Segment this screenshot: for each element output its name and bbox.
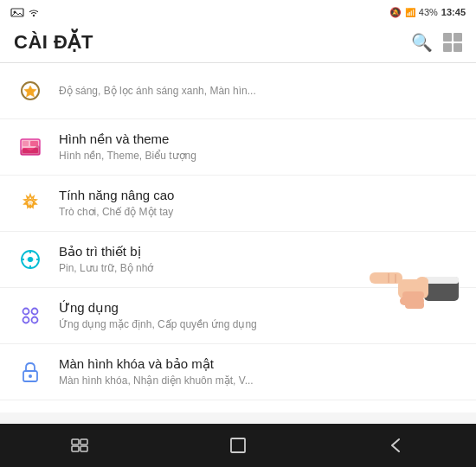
- lock-icon: [19, 360, 42, 384]
- wallpaper-icon: [18, 135, 42, 159]
- battery-icon-wrap: [14, 243, 47, 276]
- settings-list: Độ sáng, Bộ lọc ánh sáng xanh, Màn hìn..…: [0, 63, 476, 413]
- advanced-text: Tính năng nâng cao Trò chơi, Chế độ Một …: [59, 187, 462, 219]
- svg-rect-5: [23, 141, 29, 146]
- apps-icon: [18, 304, 42, 328]
- svg-point-16: [23, 309, 29, 315]
- grid-icon[interactable]: [443, 33, 462, 52]
- svg-point-21: [29, 374, 32, 378]
- wallpaper-title: Hình nền và theme: [59, 131, 462, 148]
- svg-rect-0: [11, 9, 23, 16]
- settings-item-battery[interactable]: Bảo trì thiết bị Pin, Lưu trữ, Bộ nhớ: [0, 232, 476, 288]
- svg-point-18: [23, 317, 29, 323]
- cloud-title: Cloud và tài khoản: [59, 412, 462, 413]
- svg-point-19: [32, 317, 38, 323]
- battery-level: 43%: [419, 7, 438, 17]
- nav-recent-button[interactable]: [62, 428, 97, 463]
- home-icon: [228, 436, 248, 455]
- apps-title: Ứng dụng: [59, 299, 462, 317]
- svg-rect-45: [80, 446, 87, 451]
- header-icons: 🔍: [411, 32, 462, 53]
- lockscreen-subtitle: Màn hình khóa, Nhận diện khuôn mặt, V...: [59, 374, 462, 388]
- apps-subtitle: Ứng dụng mặc định, Cấp quyền ứng dụng: [59, 318, 462, 332]
- image-status-icon: [10, 7, 24, 17]
- apps-icon-wrap: [14, 299, 47, 332]
- wallpaper-icon-wrap: [14, 131, 47, 163]
- status-right-info: 🔕 📶 43% 13:45: [389, 7, 466, 18]
- display-icon: [19, 80, 42, 102]
- advanced-icon-wrap: [14, 187, 47, 220]
- battery-title: Bảo trì thiết bị: [59, 243, 462, 260]
- lockscreen-title: Màn hình khóa và bảo mật: [59, 355, 462, 373]
- settings-item-advanced[interactable]: Tính năng nâng cao Trò chơi, Chế độ Một …: [0, 176, 476, 232]
- svg-rect-43: [80, 439, 87, 445]
- svg-rect-6: [30, 141, 38, 146]
- display-icon-wrap: [14, 74, 47, 107]
- wallpaper-text: Hình nền và theme Hình nền, Theme, Biểu …: [59, 131, 462, 163]
- apps-text: Ứng dụng Ứng dụng mặc định, Cấp quyền ứn…: [59, 299, 462, 331]
- battery-text: Bảo trì thiết bị Pin, Lưu trữ, Bộ nhớ: [59, 243, 462, 275]
- cloud-icon-wrap: [14, 412, 47, 413]
- lockscreen-text: Màn hình khóa và bảo mật Màn hình khóa, …: [59, 355, 462, 387]
- svg-point-2: [33, 15, 35, 16]
- search-icon[interactable]: 🔍: [411, 32, 433, 53]
- advanced-subtitle: Trò chơi, Chế độ Một tay: [59, 206, 462, 220]
- settings-item-lockscreen[interactable]: Màn hình khóa và bảo mật Màn hình khóa, …: [0, 344, 476, 400]
- header: CÀI ĐẶT 🔍: [0, 24, 476, 63]
- svg-point-17: [32, 309, 38, 315]
- wifi-status-icon: [28, 7, 40, 17]
- clock: 13:45: [441, 7, 466, 17]
- svg-rect-46: [231, 438, 245, 452]
- nav-back-button[interactable]: [379, 428, 414, 463]
- display-partial-text: Độ sáng, Bộ lọc ánh sáng xanh, Màn hìn..…: [59, 85, 256, 99]
- lock-icon-wrap: [14, 355, 47, 388]
- volume-icon: 🔕: [389, 7, 402, 18]
- status-left-icons: [10, 7, 40, 17]
- settings-item-display[interactable]: Độ sáng, Bộ lọc ánh sáng xanh, Màn hìn..…: [0, 63, 476, 119]
- wallpaper-subtitle: Hình nền, Theme, Biểu tượng: [59, 150, 462, 163]
- battery-subtitle: Pin, Lưu trữ, Bộ nhớ: [59, 262, 462, 276]
- status-bar: 🔕 📶 43% 13:45: [0, 0, 476, 24]
- svg-rect-44: [72, 446, 79, 451]
- svg-point-9: [29, 202, 33, 206]
- page-title: CÀI ĐẶT: [14, 31, 93, 54]
- advanced-gear-icon: [18, 191, 42, 215]
- svg-rect-42: [72, 439, 79, 445]
- settings-item-cloud[interactable]: Cloud và tài khoản Samsung Cloud, Sao lư…: [0, 400, 476, 413]
- bottom-navigation: [0, 424, 476, 467]
- settings-item-apps[interactable]: Ứng dụng Ứng dụng mặc định, Cấp quyền ứn…: [0, 288, 476, 344]
- settings-item-wallpaper[interactable]: Hình nền và theme Hình nền, Theme, Biểu …: [0, 119, 476, 176]
- signal-bars: 📶: [405, 8, 415, 17]
- svg-point-11: [28, 257, 33, 262]
- advanced-title: Tính năng nâng cao: [59, 187, 462, 204]
- recent-apps-icon: [70, 438, 89, 453]
- battery-maintenance-icon: [18, 247, 42, 272]
- nav-home-button[interactable]: [221, 428, 255, 463]
- back-icon: [387, 436, 406, 455]
- cloud-text: Cloud và tài khoản Samsung Cloud, Sao lư…: [59, 412, 462, 413]
